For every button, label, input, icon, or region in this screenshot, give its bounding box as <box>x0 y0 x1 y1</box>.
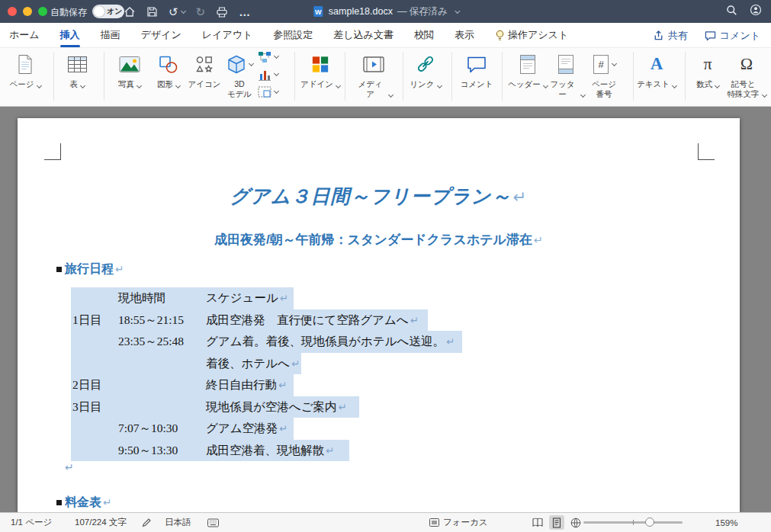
footer-button[interactable]: フッター <box>547 51 585 98</box>
document-canvas: グアム３日間～フリープラン～↵ 成田夜発/朝～午前帰：スタンダードクラスホテル滞… <box>0 107 771 512</box>
minimize-button[interactable] <box>23 7 32 16</box>
3d-model-button[interactable]: 3D モデル <box>222 51 257 98</box>
search-icon[interactable] <box>726 5 737 19</box>
tab-mailings[interactable]: 差し込み文書 <box>333 23 394 47</box>
equation-button[interactable]: π 数式 <box>691 51 724 89</box>
document-title: sample18.docx <box>329 6 393 17</box>
button-label: テキスト <box>637 79 670 89</box>
tab-references[interactable]: 参照設定 <box>273 23 313 47</box>
home-icon[interactable] <box>124 6 136 18</box>
print-layout-button[interactable] <box>549 515 564 530</box>
page-button[interactable]: ページ <box>6 51 44 89</box>
tab-review[interactable]: 校閲 <box>414 23 434 47</box>
chevron-down-icon <box>274 71 279 76</box>
tab-layout[interactable]: レイアウト <box>202 23 253 47</box>
status-bar: 1/1 ページ 107/224 文字 日本語 フォーカス <box>0 512 771 532</box>
header-button[interactable]: ヘッダー <box>508 51 548 89</box>
reading-view-button[interactable] <box>530 515 545 530</box>
table-row[interactable]: 現地時間 スケジュール↵ <box>18 287 740 309</box>
table-row[interactable]: 2日目 終日自由行動↵ <box>18 374 740 396</box>
zoom-slider-tick <box>633 520 634 525</box>
heading-price[interactable]: 料金表↵ <box>65 495 111 511</box>
ribbon-divider <box>345 52 345 101</box>
media-icon <box>363 51 384 77</box>
account-icon[interactable] <box>750 4 762 19</box>
close-button[interactable] <box>8 7 17 16</box>
keyboard-icon[interactable] <box>207 513 219 532</box>
tab-insert[interactable]: 挿入 <box>60 23 80 47</box>
print-icon[interactable] <box>216 6 228 18</box>
cell-day: 2日目 <box>72 374 102 396</box>
word-count[interactable]: 107/224 文字 <box>75 513 127 532</box>
chevron-down-icon <box>672 83 677 88</box>
doc-title-line[interactable]: グアム３日間～フリープラン～↵ <box>18 184 740 209</box>
paragraph-mark: ↵ <box>65 461 74 473</box>
button-label: 記号と 特殊文字 <box>728 79 760 98</box>
media-button[interactable]: メディア <box>355 51 393 98</box>
link-button[interactable]: リンク <box>406 51 445 89</box>
button-label: コメント <box>461 79 493 89</box>
focus-icon <box>429 518 439 527</box>
chart-button[interactable] <box>258 68 278 81</box>
share-button[interactable]: 共有 <box>653 29 688 43</box>
photo-button[interactable]: 写真 <box>111 51 149 89</box>
text-button[interactable]: A テキスト <box>637 51 676 89</box>
smartart-icon <box>258 51 271 63</box>
smartart-button[interactable] <box>258 50 278 63</box>
redo-button[interactable]: ↻ <box>196 6 206 18</box>
cell-desc: 着後、ホテルへ↵ <box>206 353 300 376</box>
page-number-icon: # <box>593 51 616 77</box>
chevron-down-icon <box>761 92 766 98</box>
comment-button[interactable]: コメント <box>458 51 496 89</box>
chevron-down-icon[interactable] <box>181 8 186 13</box>
tab-design[interactable]: デザイン <box>141 23 182 47</box>
screenshot-button[interactable] <box>258 85 278 98</box>
shapes-button[interactable]: 図形 <box>149 51 188 89</box>
title-chevron-icon[interactable] <box>455 8 460 13</box>
table-button[interactable]: 表 <box>58 51 96 89</box>
icons-icon <box>195 51 214 77</box>
symbols-button[interactable]: Ω 記号と 特殊文字 <box>724 51 769 98</box>
button-label: ページ <box>10 79 34 89</box>
document-title-group[interactable]: W sample18.docx — 保存済み <box>312 0 459 23</box>
tab-tell-me[interactable]: 操作アシスト <box>495 23 568 47</box>
table-row[interactable]: 7:07～10:30 グアム空港発↵ <box>18 418 740 440</box>
zoom-slider-knob[interactable] <box>645 518 654 527</box>
undo-button[interactable]: ↺ <box>169 6 185 18</box>
zoom-slider[interactable] <box>583 513 683 532</box>
ribbon-divider <box>502 52 503 101</box>
paragraph-mark: ↵ <box>410 315 419 326</box>
document-page[interactable]: グアム３日間～フリープラン～↵ 成田夜発/朝～午前帰：スタンダードクラスホテル滞… <box>18 118 740 512</box>
ribbon-divider <box>294 52 295 101</box>
table-row[interactable]: 着後、ホテルへ↵ <box>18 353 740 375</box>
tab-draw[interactable]: 描画 <box>101 23 120 47</box>
comments-button[interactable]: コメント <box>705 29 760 43</box>
more-options-icon[interactable]: … <box>239 6 250 18</box>
autosave-toggle[interactable]: オン <box>92 5 124 18</box>
heading-schedule[interactable]: 旅行日程↵ <box>65 261 124 277</box>
chevron-down-icon <box>611 60 616 66</box>
page-indicator[interactable]: 1/1 ページ <box>11 513 52 532</box>
tab-home[interactable]: ホーム <box>9 23 40 47</box>
table-row[interactable]: 9:50～13:30 成田空港着、現地解散↵ <box>18 440 740 462</box>
tab-view[interactable]: 表示 <box>455 23 474 47</box>
web-layout-button[interactable] <box>568 515 583 530</box>
table-row[interactable]: 23:35～25:48 グアム着。着後、現地係員がホテルへ送迎。↵ <box>18 331 740 353</box>
doc-subtitle-line[interactable]: 成田夜発/朝～午前帰：スタンダードクラスホテル滞在↵ <box>18 231 740 248</box>
save-icon[interactable] <box>146 6 158 18</box>
focus-toggle[interactable]: フォーカス <box>429 513 488 532</box>
zoom-level[interactable]: 159% <box>715 513 737 532</box>
traffic-lights <box>8 7 47 16</box>
icons-button[interactable]: アイコン <box>185 51 223 89</box>
button-label: ページ 番号 <box>592 79 616 98</box>
symbols-icon: Ω <box>740 54 753 74</box>
addins-button[interactable]: アドイン <box>300 51 340 89</box>
zoom-button[interactable] <box>38 7 47 16</box>
language-indicator[interactable]: 日本語 <box>165 513 191 532</box>
table-row[interactable]: 3日目 現地係員が空港へご案内↵ <box>18 396 740 418</box>
cell-time: 18:55～21:15 <box>118 309 184 332</box>
chart-icon <box>258 69 271 81</box>
table-row[interactable]: 1日目 18:55～21:15 成田空港発 直行便にて空路グアムへ↵ <box>18 309 740 332</box>
pencil-icon[interactable] <box>142 513 152 532</box>
page-number-button[interactable]: # ページ 番号 <box>585 51 623 98</box>
